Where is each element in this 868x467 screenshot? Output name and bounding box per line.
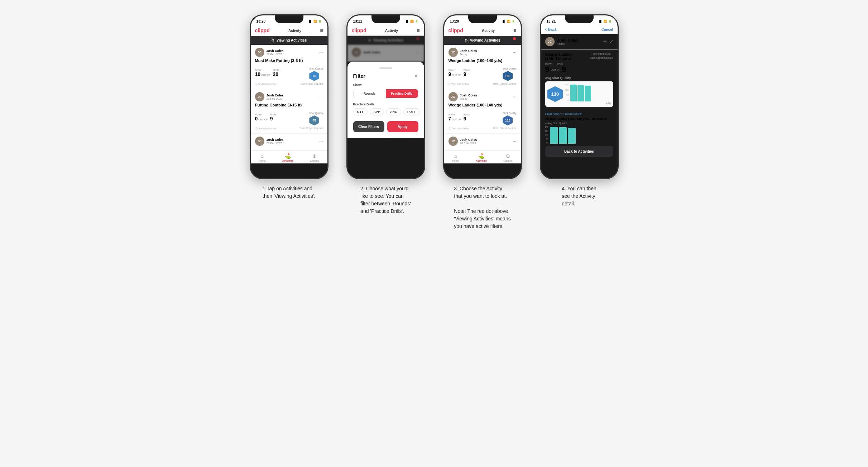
phone-content-3: JC Josh Coles Today ··· Wedge Ladder (10…: [444, 45, 521, 163]
status-icons-1: ▐▌ 📶 🔋: [308, 20, 321, 23]
user-info-1-2: Josh Coles 28 Feb 2023: [267, 94, 284, 100]
score-shots-quality-1-2: Score 0 OUT OF Shots 9: [255, 109, 323, 125]
phones-row: 13:20 ▐▌ 📶 🔋 clippd Activity ≡ ⚙ Viewing…: [246, 14, 622, 230]
phone-column-2: 13:21 ▐▌ 📶 🔋 clippd Activity ≡ ⚙ Viewing…: [343, 14, 429, 215]
tab-home-3[interactable]: ⌂ Home: [452, 153, 459, 162]
card-header-1-1: JC Josh Coles 28 Feb 2023 ···: [255, 48, 323, 57]
activity-card-1-1[interactable]: JC Josh Coles 28 Feb 2023 ··· Must Make …: [251, 45, 327, 89]
score-section-1-1: Score 10 OUT OF: [255, 69, 271, 77]
expand-icon-4[interactable]: ⤢: [610, 39, 613, 44]
viewing-banner-2: ⚙ Viewing Activities: [347, 36, 424, 45]
phone-content-4: JC Josh Coles Today ✏ ⤢: [541, 34, 618, 160]
avatar-1-1: JC: [255, 48, 264, 57]
chip-arg-2[interactable]: ARG: [386, 108, 401, 115]
activity-card-3-2[interactable]: JC Josh Coles Today ··· Wedge Ladder (10…: [444, 89, 521, 134]
logo-2: clippd: [352, 28, 366, 33]
phone-notch-3: [468, 15, 497, 23]
hamburger-1[interactable]: ≡: [320, 28, 323, 33]
filter-modal-2: Filter ✕ Show Rounds Practice Drills Pra…: [347, 62, 424, 138]
capture-icon-1: ⊕: [312, 153, 317, 159]
phone-frame-3: 13:20 ▐▌ 📶 🔋 clippd Activity ≡ ⚙ Viewing…: [443, 14, 522, 179]
activity-card-3-3[interactable]: JC Josh Coles 28 Feb 2023 ···: [444, 134, 521, 151]
toggle-group-2: Rounds Practice Drills: [353, 89, 418, 98]
user-date-1-1: 28 Feb 2023: [267, 53, 284, 56]
activity-card-1-2[interactable]: JC Josh Coles 28 Feb 2023 ··· Putting Co…: [251, 89, 327, 134]
detail-user-date-4: Today: [557, 42, 579, 46]
tab-capture-1[interactable]: ⊕ Capture: [310, 153, 319, 162]
modal-header-2: Filter ✕: [353, 73, 418, 79]
apply-button-2[interactable]: Apply: [387, 121, 418, 132]
logo-1: clippd: [255, 28, 270, 33]
modal-actions-2: Clear Filters Apply: [353, 121, 418, 132]
modal-overlay-2: Filter ✕ Show Rounds Practice Drills Pra…: [347, 62, 424, 138]
edit-icon-4[interactable]: ✏: [603, 39, 607, 44]
quality-badge-1-1: 75: [309, 71, 319, 81]
bar-1-4: [550, 127, 558, 144]
status-icons-3: ▐▌ 📶 🔋: [502, 20, 515, 23]
bar-2-4: [559, 127, 567, 144]
card-header-1-2: JC Josh Coles 28 Feb 2023 ···: [255, 92, 323, 101]
chip-app-2[interactable]: APP: [370, 108, 384, 115]
tab-home-1[interactable]: ⌂ Home: [259, 153, 266, 162]
chip-ott-2[interactable]: OTT: [353, 108, 368, 115]
tab-capture-label-1: Capture: [310, 159, 319, 162]
bar-chart-4: 140 120 100 80 60: [545, 126, 613, 144]
card-title-1-2: Putting Combine (3-15 ft): [255, 103, 323, 107]
filter-chips-2: OTT APP ARG PUTT: [353, 108, 418, 115]
bar-3-4: [568, 128, 576, 144]
toggle-practice-2[interactable]: Practice Drills: [386, 89, 418, 98]
tab-activities-1[interactable]: ⛳ Activities: [282, 153, 293, 162]
viewing-banner-1[interactable]: ⚙ Viewing Activities: [251, 36, 327, 45]
nav-center-3: Activity: [482, 29, 495, 33]
quality-hex-4: 130: [547, 86, 563, 102]
activity-card-3-1[interactable]: JC Josh Coles Today ··· Wedge Ladder (10…: [444, 45, 521, 89]
toggle-rounds-2[interactable]: Rounds: [354, 89, 386, 98]
modal-handle-2: [379, 67, 392, 69]
detail-nav-4: < Back Cancel: [541, 25, 618, 34]
detail-user-name-4: Josh Coles: [557, 38, 579, 42]
banner-dot-2: [416, 37, 419, 40]
back-button-4[interactable]: < Back: [545, 28, 557, 32]
detail-content-4: Wedge Ladder(100–140 yds) Score Shots 9 …: [541, 49, 618, 160]
user-info-1-1: Josh Coles 28 Feb 2023: [267, 49, 284, 56]
card-footer-1-1: ⓘ Test Information Data: Clippd Capture: [255, 82, 323, 86]
status-time-2: 13:21: [353, 19, 363, 23]
user-date-1-2: 28 Feb 2023: [267, 97, 284, 100]
banner-dot-3: [513, 37, 516, 40]
drill-title-4: Wedge Ladder(100–140 yds): [545, 52, 572, 61]
blurred-card-2: JC Josh Coles ···: [347, 45, 424, 62]
viewing-banner-3[interactable]: ⚙ Viewing Activities: [444, 36, 521, 45]
scroll-area-3: JC Josh Coles Today ··· Wedge Ladder (10…: [444, 45, 521, 151]
card-menu-1-2[interactable]: ···: [319, 94, 323, 99]
nav-center-1: Activity: [288, 29, 301, 33]
user-row-1-2: JC Josh Coles 28 Feb 2023: [255, 92, 284, 101]
status-time-3: 13:20: [450, 19, 459, 23]
tab-activities-3[interactable]: ⛳ Activities: [476, 153, 487, 162]
back-to-activities-4[interactable]: Back to Activities: [545, 146, 613, 157]
phone-column-4: 13:21 ▐▌ 📶 🔋 < Back Cancel JC J: [536, 14, 622, 208]
phone-notch-4: [565, 15, 594, 23]
hamburger-2[interactable]: ≡: [417, 28, 419, 33]
quality-badge-1-2: 45: [309, 115, 319, 125]
modal-title-2: Filter: [353, 73, 365, 79]
tab-capture-3[interactable]: ⊕ Capture: [503, 153, 512, 162]
avatar-4: JC: [545, 37, 555, 46]
phone-frame-4: 13:21 ▐▌ 📶 🔋 < Back Cancel JC J: [540, 14, 619, 179]
activity-card-1-3[interactable]: JC Josh Coles 28 Feb 2023 ···: [251, 134, 327, 151]
modal-close-2[interactable]: ✕: [414, 73, 418, 79]
phone-frame-1: 13:20 ▐▌ 📶 🔋 clippd Activity ≡ ⚙ Viewing…: [250, 14, 329, 179]
bottom-tabs-1: ⌂ Home ⛳ Activities ⊕ Capture: [251, 151, 327, 163]
cancel-button-4[interactable]: Cancel: [601, 28, 613, 32]
caption-4: 4. You can then see the Activity detail.: [562, 185, 596, 208]
tab-activities-label-1: Activities: [282, 159, 293, 162]
hamburger-3[interactable]: ≡: [513, 28, 516, 33]
chart-area-4: 130 140 100 50 0: [545, 81, 613, 107]
phone-content-1: JC Josh Coles 28 Feb 2023 ··· Must Make …: [251, 45, 327, 163]
nav-bar-3: clippd Activity ≡: [444, 25, 521, 36]
phone-frame-2: 13:21 ▐▌ 📶 🔋 clippd Activity ≡ ⚙ Viewing…: [346, 14, 425, 179]
clear-filters-button-2[interactable]: Clear Filters: [353, 121, 384, 132]
status-icons-4: ▐▌ 📶 🔋: [598, 20, 612, 23]
caption-1: 1.Tap on Activities and then 'Viewing Ac…: [263, 185, 316, 200]
chip-putt-2[interactable]: PUTT: [403, 108, 420, 115]
card-menu-1-1[interactable]: ···: [319, 50, 323, 55]
